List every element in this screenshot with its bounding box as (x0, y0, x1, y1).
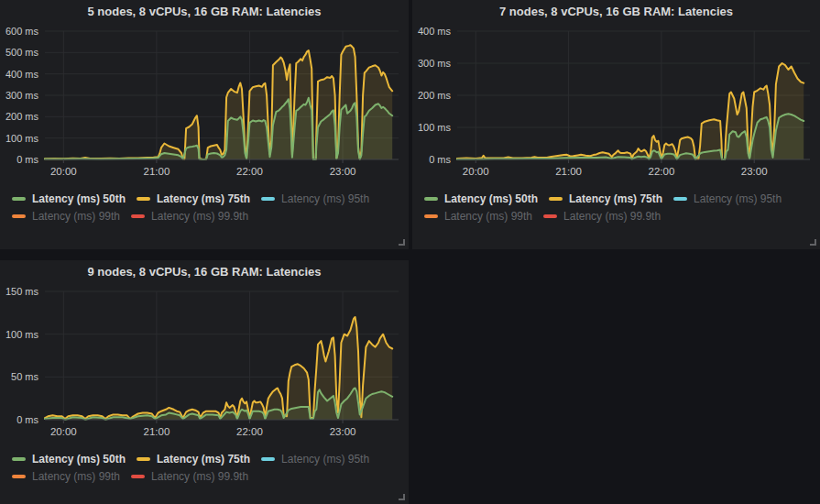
y-tick-label: 200 ms (5, 111, 39, 122)
legend-label: Latency (ms) 95th (281, 192, 369, 205)
y-axis: 0 ms100 ms200 ms300 ms400 ms (418, 26, 452, 165)
legend-swatch-icon (12, 214, 26, 218)
y-axis: 0 ms100 ms200 ms300 ms400 ms500 ms600 ms (5, 26, 39, 165)
panel-resize-handle[interactable] (399, 239, 405, 246)
x-tick-label: 23:00 (330, 166, 356, 177)
x-axis: 20:0021:0022:0023:00 (45, 159, 399, 177)
x-axis: 20:0021:0022:0023:00 (45, 420, 399, 437)
graph-legend: Latency (ms) 50thLatency (ms) 75thLatenc… (12, 190, 389, 225)
panel-resize-handle[interactable] (810, 239, 816, 246)
latency-graph[interactable]: 20:0021:0022:0023:000 ms100 ms200 ms300 … (415, 22, 817, 189)
latency-graph[interactable]: 20:0021:0022:0023:000 ms50 ms100 ms150 m… (3, 282, 406, 449)
legend-swatch-icon (424, 197, 438, 201)
legend-label: Latency (ms) 95th (281, 453, 369, 466)
panel-7-nodes-latencies: 7 nodes, 8 vCPUs, 16 GB RAM: Latencies 2… (412, 0, 820, 249)
legend-label: Latency (ms) 50th (32, 453, 126, 466)
legend-item-latency-ms-50th[interactable]: Latency (ms) 50th (424, 190, 538, 207)
legend-item-latency-ms-95th[interactable]: Latency (ms) 95th (261, 190, 369, 207)
legend-swatch-icon (543, 214, 557, 218)
y-tick-label: 200 ms (418, 90, 452, 101)
y-tick-label: 500 ms (5, 47, 39, 58)
panel-resize-handle[interactable] (399, 494, 405, 500)
x-tick-label: 21:00 (144, 166, 170, 177)
legend-label: Latency (ms) 50th (444, 192, 538, 205)
series-lines (45, 317, 392, 420)
x-tick-label: 23:00 (741, 166, 768, 177)
legend-label: Latency (ms) 75th (569, 192, 662, 205)
legend-label: Latency (ms) 99.9th (563, 210, 661, 223)
legend-label: Latency (ms) 99th (444, 210, 532, 223)
y-tick-label: 300 ms (418, 58, 452, 69)
x-tick-label: 20:00 (463, 166, 489, 177)
legend-swatch-icon (12, 475, 26, 478)
latency-graph[interactable]: 20:0021:0022:0023:000 ms100 ms200 ms300 … (3, 22, 406, 189)
legend-swatch-icon (261, 457, 275, 461)
legend-item-latency-ms-50th[interactable]: Latency (ms) 50th (12, 450, 126, 467)
legend-item-latency-ms-75th[interactable]: Latency (ms) 75th (137, 450, 250, 467)
legend-item-latency-ms-99.9th[interactable]: Latency (ms) 99.9th (131, 207, 248, 225)
legend-label: Latency (ms) 99th (32, 470, 120, 483)
panel-title[interactable]: 5 nodes, 8 vCPUs, 16 GB RAM: Latencies (0, 0, 409, 22)
x-tick-label: 23:00 (330, 426, 356, 437)
y-tick-label: 100 ms (5, 133, 39, 144)
legend-item-latency-ms-75th[interactable]: Latency (ms) 75th (137, 190, 250, 207)
y-tick-label: 100 ms (418, 122, 452, 133)
legend-swatch-icon (137, 457, 150, 461)
graph-legend: Latency (ms) 50thLatency (ms) 75thLatenc… (424, 190, 802, 225)
x-tick-label: 21:00 (144, 426, 170, 437)
graph-legend: Latency (ms) 50thLatency (ms) 75thLatenc… (12, 450, 389, 485)
y-tick-label: 0 ms (429, 154, 451, 165)
legend-label: Latency (ms) 95th (694, 192, 782, 205)
legend-swatch-icon (673, 197, 687, 201)
legend-item-latency-ms-75th[interactable]: Latency (ms) 75th (549, 190, 662, 207)
legend-swatch-icon (261, 197, 275, 201)
legend-label: Latency (ms) 99th (32, 210, 120, 223)
panel-9-nodes-latencies: 9 nodes, 8 vCPUs, 16 GB RAM: Latencies 2… (0, 260, 409, 504)
y-tick-label: 0 ms (16, 154, 38, 165)
y-tick-label: 50 ms (11, 371, 38, 382)
legend-label: Latency (ms) 75th (157, 453, 250, 466)
legend-item-latency-ms-99th[interactable]: Latency (ms) 99th (12, 467, 120, 485)
legend-item-latency-ms-50th[interactable]: Latency (ms) 50th (12, 190, 126, 207)
legend-swatch-icon (131, 475, 145, 478)
x-axis: 20:0021:0022:0023:00 (457, 159, 810, 177)
legend-item-latency-ms-95th[interactable]: Latency (ms) 95th (673, 190, 782, 207)
y-tick-label: 0 ms (16, 414, 38, 425)
legend-item-latency-ms-95th[interactable]: Latency (ms) 95th (261, 450, 369, 467)
series-lines (45, 45, 392, 159)
y-axis: 0 ms50 ms100 ms150 ms (5, 286, 39, 425)
x-tick-label: 22:00 (649, 166, 675, 177)
legend-item-latency-ms-99th[interactable]: Latency (ms) 99th (12, 207, 120, 225)
y-tick-label: 100 ms (5, 329, 39, 340)
x-tick-label: 21:00 (555, 166, 582, 177)
panel-title[interactable]: 7 nodes, 8 vCPUs, 16 GB RAM: Latencies (412, 0, 820, 22)
legend-item-latency-ms-99.9th[interactable]: Latency (ms) 99.9th (543, 207, 661, 225)
y-tick-label: 600 ms (5, 26, 39, 37)
y-tick-label: 300 ms (5, 90, 39, 101)
x-tick-label: 22:00 (236, 426, 263, 437)
legend-label: Latency (ms) 99.9th (151, 470, 248, 483)
legend-label: Latency (ms) 50th (32, 192, 126, 205)
x-tick-label: 20:00 (50, 166, 77, 177)
legend-label: Latency (ms) 99.9th (151, 210, 248, 223)
x-tick-label: 22:00 (236, 166, 263, 177)
legend-swatch-icon (12, 197, 26, 201)
legend-swatch-icon (549, 197, 563, 201)
x-tick-label: 20:00 (50, 426, 77, 437)
legend-swatch-icon (137, 197, 150, 201)
legend-label: Latency (ms) 75th (157, 192, 250, 205)
legend-swatch-icon (424, 214, 438, 218)
panel-title[interactable]: 9 nodes, 8 vCPUs, 16 GB RAM: Latencies (0, 260, 409, 282)
legend-item-latency-ms-99th[interactable]: Latency (ms) 99th (424, 207, 532, 225)
legend-swatch-icon (131, 214, 145, 218)
legend-item-latency-ms-99.9th[interactable]: Latency (ms) 99.9th (131, 467, 248, 485)
y-tick-label: 400 ms (418, 26, 452, 37)
y-tick-label: 400 ms (5, 69, 39, 80)
legend-swatch-icon (12, 457, 26, 461)
panel-5-nodes-latencies: 5 nodes, 8 vCPUs, 16 GB RAM: Latencies 2… (0, 0, 409, 249)
y-tick-label: 150 ms (5, 286, 39, 297)
series-lines (457, 63, 804, 159)
